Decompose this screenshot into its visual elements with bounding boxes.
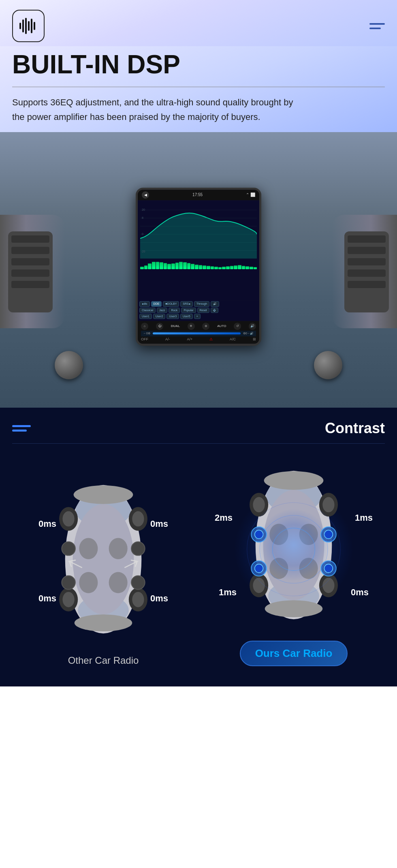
bottom-bar: OFF A/- A/+ ⚠ A/C ⊞ — [141, 336, 256, 342]
preset-user1[interactable]: User1 — [139, 314, 152, 319]
home-icon[interactable]: ⌂ — [141, 323, 148, 330]
preset-rock[interactable]: Rock — [169, 308, 180, 313]
svg-text:20: 20 — [142, 208, 145, 212]
our-top-right-timing: 1ms — [355, 513, 373, 523]
svg-point-62 — [255, 564, 263, 573]
right-knob[interactable] — [314, 351, 342, 379]
svg-point-64 — [324, 564, 333, 573]
svg-point-43 — [264, 471, 324, 490]
other-top-right-timing: 0ms — [150, 519, 168, 529]
warning-label: ⚠ — [209, 337, 213, 341]
page-title: BUILT-IN DSP — [12, 50, 385, 83]
left-knob[interactable] — [55, 351, 83, 379]
svg-text:8: 8 — [142, 216, 143, 220]
ac-fan-symbol: ⚙ — [148, 332, 150, 335]
right-temp: → — [247, 332, 250, 335]
other-car-svg — [34, 470, 172, 648]
our-car-label: Ours Car Radio — [255, 647, 333, 659]
dsp-bottom-controls: ⌂ ⏻ DUAL ❄ ⊛ AUTO ↺ 🔊 ← 0 ⚙ ⚙ 0 → — [138, 321, 259, 344]
ac-vol-icon: 🔊 — [250, 332, 254, 335]
dsp-back-button[interactable]: ◀ — [142, 191, 149, 199]
preset-vol[interactable]: 🔊 — [211, 301, 219, 307]
svg-rect-4 — [31, 19, 32, 33]
preset-popular[interactable]: Popular — [181, 308, 196, 313]
ac-rotate-icon[interactable]: ↺ — [234, 323, 241, 330]
contrast-line-1 — [12, 425, 31, 427]
ac-fan-icon[interactable]: ⊛ — [202, 323, 209, 330]
preset-classical[interactable]: Classical — [139, 308, 156, 313]
preset-user3[interactable]: User3 — [166, 314, 179, 319]
other-car-label: Other Car Radio — [68, 655, 139, 666]
our-bottom-left-timing: 1ms — [219, 587, 237, 598]
svg-text:0: 0 — [142, 233, 143, 236]
svg-rect-0 — [19, 23, 21, 29]
contrast-divider — [12, 443, 385, 444]
preset-jazz[interactable]: Jazz — [157, 308, 167, 313]
svg-point-21 — [75, 614, 132, 631]
svg-point-29 — [132, 592, 144, 607]
svg-point-30 — [79, 538, 98, 559]
svg-rect-3 — [28, 21, 30, 31]
auto-label: AUTO — [217, 324, 226, 328]
svg-point-33 — [109, 572, 128, 593]
svg-rect-2 — [25, 18, 27, 34]
svg-point-44 — [265, 600, 322, 617]
svg-point-34 — [62, 542, 75, 556]
preset-dts[interactable]: ●dts — [139, 301, 150, 307]
svg-point-25 — [132, 511, 144, 526]
preset-user2[interactable]: User2 — [153, 314, 166, 319]
power-icon[interactable]: ⏻ — [156, 323, 163, 330]
contrast-line-2 — [12, 430, 27, 432]
dsp-time: 17:55 — [192, 192, 203, 197]
minus-label: A/- — [165, 337, 170, 341]
other-top-left-timing: 0ms — [38, 519, 56, 529]
contrast-section: Contrast 0ms 0ms 0ms 0ms — [0, 408, 397, 686]
car-image-section: ◀ 17:55 ⌃ ⬜ — [0, 132, 397, 408]
our-car-view: 2ms 1ms 1ms 0ms — [225, 456, 363, 634]
svg-point-50 — [253, 577, 265, 593]
svg-point-23 — [62, 511, 74, 526]
our-car-label-box: Ours Car Radio — [240, 641, 348, 666]
contrast-title: Contrast — [325, 420, 385, 437]
svg-point-20 — [74, 485, 133, 504]
logo — [12, 10, 45, 42]
preset-power[interactable]: ⏻ — [211, 308, 218, 313]
contrast-lines-icon — [12, 425, 31, 432]
plus-label: A/+ — [187, 337, 192, 341]
dsp-screen: ◀ 17:55 ⌃ ⬜ — [136, 188, 261, 346]
preset-dde[interactable]: DDE — [151, 301, 162, 307]
svg-point-27 — [62, 592, 74, 607]
other-bottom-left-timing: 0ms — [38, 593, 56, 604]
cars-comparison: 0ms 0ms 0ms 0ms — [12, 456, 385, 666]
our-top-left-timing: 2ms — [215, 513, 233, 523]
menu-line-2 — [369, 28, 381, 29]
svg-point-48 — [322, 497, 334, 512]
ac-bar: ← 0 ⚙ ⚙ 0 → 🔊 — [141, 331, 256, 336]
our-car-svg — [225, 456, 363, 634]
preset-user5[interactable]: User5 — [180, 314, 193, 319]
other-car-side: 0ms 0ms 0ms 0ms — [12, 470, 194, 666]
hamburger-menu-button[interactable] — [369, 23, 385, 29]
preset-reset[interactable]: Reset — [197, 308, 209, 313]
eq-chart: 20 8 0 -20 — [140, 202, 257, 259]
ac-snowflake-icon[interactable]: ❄ — [188, 323, 195, 330]
svg-rect-5 — [34, 22, 35, 30]
preset-srs[interactable]: SRS● — [180, 301, 193, 307]
svg-point-19 — [73, 504, 134, 614]
svg-point-36 — [62, 576, 75, 590]
preset-dolby[interactable]: ■DOLBY — [163, 301, 179, 307]
svg-point-37 — [131, 576, 145, 590]
svg-point-46 — [253, 497, 265, 512]
off-label: OFF — [141, 337, 148, 341]
ac-text: A/C — [230, 337, 236, 341]
preset-add[interactable]: + — [194, 314, 201, 319]
header — [0, 0, 397, 46]
svg-point-32 — [79, 572, 98, 593]
svg-point-52 — [322, 577, 334, 593]
hero-section: BUILT-IN DSP Supports 36EQ adjustment, a… — [0, 46, 397, 132]
preset-through[interactable]: Through — [194, 301, 209, 307]
hero-divider — [12, 87, 385, 87]
other-bottom-right-timing: 0ms — [150, 593, 168, 604]
our-car-side: 2ms 1ms 1ms 0ms — [203, 456, 385, 666]
vol-up-icon[interactable]: 🔊 — [249, 323, 256, 330]
